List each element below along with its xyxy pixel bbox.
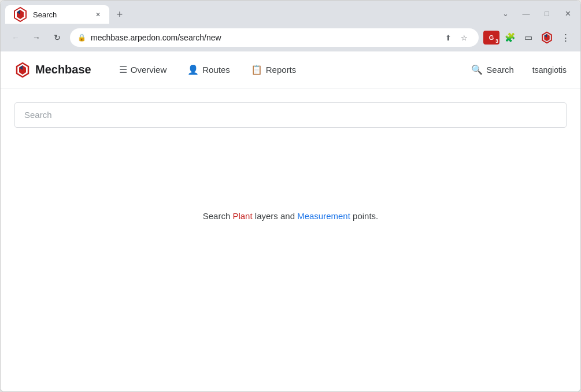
search-icon: 🔍 (471, 64, 483, 75)
nav-items: ☰ Overview 👤 Routes 📋 Reports (110, 60, 462, 80)
app-logo: Mechbase (14, 62, 91, 78)
nav-reports-label: Reports (266, 65, 297, 75)
toolbar-icons: G 3 🧩 ▭ ⋮ (483, 29, 573, 46)
search-label: Search (486, 65, 514, 75)
nav-item-reports[interactable]: 📋 Reports (242, 60, 306, 80)
nav-routes-label: Routes (202, 65, 230, 75)
url-actions: ⬆ ☆ (441, 31, 471, 45)
url-text: mechbase.arpedon.com/search/new (91, 33, 436, 42)
search-empty-state: Search Plant layers and Measurement poin… (14, 142, 567, 290)
browser-tab[interactable]: Search ✕ (5, 5, 109, 24)
app-logo-text: Mechbase (35, 63, 91, 76)
reload-button[interactable]: ↻ (49, 29, 65, 46)
user-name: tsangiotis (532, 65, 567, 75)
new-tab-button[interactable]: + (112, 6, 128, 23)
plant-highlight: Plant (232, 211, 252, 221)
minimize-button[interactable]: — (518, 5, 534, 21)
nav-item-overview[interactable]: ☰ Overview (110, 60, 176, 80)
close-button[interactable]: ✕ (560, 5, 576, 21)
nav-item-routes[interactable]: 👤 Routes (178, 60, 239, 80)
title-bar: Search ✕ + ⌄ — □ ✕ (1, 1, 580, 24)
address-bar: ← → ↻ 🔒 mechbase.arpedon.com/search/new … (1, 24, 580, 51)
measurement-highlight: Measurement (297, 211, 350, 221)
app-header: Mechbase ☰ Overview 👤 Routes 📋 Reports (1, 51, 580, 88)
tab-favicon-icon (12, 6, 28, 23)
lock-icon: 🔒 (77, 34, 86, 42)
extensions-icon[interactable]: 🧩 (502, 29, 518, 46)
search-empty-text: Search Plant layers and Measurement poin… (203, 211, 379, 221)
main-content: Search Plant layers and Measurement poin… (1, 88, 580, 304)
url-bar[interactable]: 🔒 mechbase.arpedon.com/search/new ⬆ ☆ (70, 28, 479, 47)
tab-title: Search (33, 10, 88, 19)
chevron-down-icon[interactable]: ⌄ (497, 5, 513, 21)
sidebar-icon[interactable]: ▭ (520, 29, 536, 46)
header-actions: 🔍 Search tsangiotis (462, 60, 567, 80)
bookmark-icon[interactable]: ☆ (457, 31, 471, 45)
page-content: Mechbase ☰ Overview 👤 Routes 📋 Reports (1, 51, 580, 391)
routes-icon: 👤 (187, 64, 199, 75)
maximize-button[interactable]: □ (539, 5, 555, 21)
forward-button[interactable]: → (28, 29, 45, 46)
search-input[interactable] (24, 110, 557, 120)
app-logo-icon (14, 62, 31, 78)
search-button[interactable]: 🔍 Search (462, 60, 523, 80)
reports-icon: 📋 (251, 64, 262, 75)
extension-badge[interactable]: G 3 (483, 31, 499, 45)
back-button[interactable]: ← (8, 29, 24, 46)
search-input-container[interactable] (14, 102, 567, 128)
browser-window: Search ✕ + ⌄ — □ ✕ ← → ↻ 🔒 mechbase.arpe… (0, 0, 581, 392)
mechbase-toolbar-icon[interactable] (539, 29, 555, 46)
chrome-menu-icon[interactable]: ⋮ (557, 29, 573, 46)
nav-overview-label: Overview (131, 65, 167, 75)
tab-close-button[interactable]: ✕ (93, 10, 102, 19)
share-icon[interactable]: ⬆ (441, 31, 455, 45)
overview-icon: ☰ (119, 64, 127, 75)
window-controls: ⌄ — □ ✕ (497, 5, 576, 21)
